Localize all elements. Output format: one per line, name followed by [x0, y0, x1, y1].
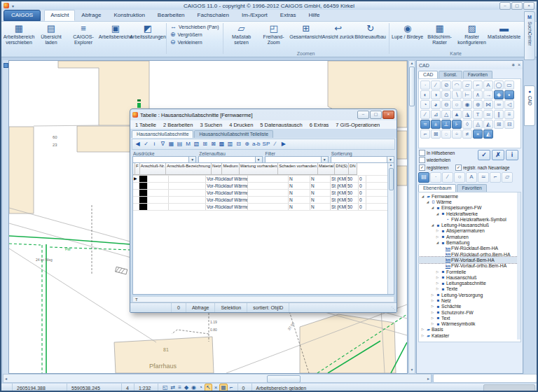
- zoom-in-button[interactable]: ⊕Vergrößern: [170, 31, 219, 38]
- side-tab-cad[interactable]: ● CAD: [524, 85, 535, 126]
- cad-tool-icon[interactable]: △: [441, 110, 451, 119]
- dimension-mode-button[interactable]: ≃: [478, 172, 489, 183]
- cad-panel-tab-cad[interactable]: CAD: [418, 71, 438, 78]
- cad-tool-icon[interactable]: ∧: [473, 90, 483, 99]
- map-horizontal-scrollbar[interactable]: ◂ ▸: [3, 374, 432, 383]
- table-row[interactable]: Vor-Rücklauf WärmeNNSt (KMR)500: [133, 197, 394, 204]
- tree-item[interactable]: ▷ ■ Schächte: [419, 304, 520, 309]
- table-row[interactable]: Vor-Rücklauf WärmeNNSt (KMR)500: [133, 190, 394, 197]
- cad-tool-icon[interactable]: ≠: [462, 130, 472, 139]
- dialog-menu-item[interactable]: 6 Extras: [306, 122, 333, 128]
- work-sessions-button[interactable]: ◩Arbeitssitzungen: [132, 22, 164, 50]
- cad-tool-icon[interactable]: ∕: [420, 110, 430, 119]
- full-extent-button[interactable]: ⊞Gesamtansicht: [290, 22, 322, 50]
- tab-ansicht[interactable]: Ansicht: [44, 10, 75, 21]
- cad-tool-icon[interactable]: ⊠: [431, 130, 441, 139]
- grid-column-header[interactable]: Wartung vorhanden: [240, 163, 278, 175]
- checkbox-registrieren[interactable]: registrieren: [419, 164, 449, 171]
- tree-item[interactable]: ▷ ▰ Basis: [419, 327, 520, 332]
- dialog-tab-abschnitte[interactable]: Hausanschlußabschnitte: [132, 130, 193, 138]
- tree-item[interactable]: km FW-Vorlauf-Bem-HA: [419, 257, 520, 262]
- cad-tool-icon[interactable]: ⌐: [473, 80, 483, 90]
- cad-tool-icon[interactable]: ◭: [483, 130, 493, 139]
- tree-expander-icon[interactable]: ◢: [420, 195, 425, 198]
- paste-icon[interactable]: ▧: [193, 140, 200, 148]
- collapse-icon[interactable]: ⊟: [235, 140, 242, 148]
- tree-expander-icon[interactable]: ▷: [435, 287, 440, 290]
- dialog-restore-button[interactable]: ▢: [370, 111, 382, 119]
- set-scale-button[interactable]: ▱Maßstab setzen: [226, 22, 258, 50]
- maximize-button[interactable]: ▢: [511, 2, 523, 10]
- snap-mode-icon[interactable]: ◱: [162, 384, 169, 391]
- checkbox-registr-nach-neuanlage[interactable]: registr. nach Neuanlage: [455, 164, 510, 171]
- cad-panel-tab-favoriten[interactable]: Favoriten: [463, 71, 492, 78]
- tree-expander-icon[interactable]: ▷: [420, 334, 425, 337]
- cad-tool-icon[interactable]: ⊦: [452, 120, 462, 129]
- cancel-button[interactable]: ✗: [492, 150, 504, 160]
- object-mode-icon[interactable]: ◆: [184, 384, 189, 391]
- locate-icon[interactable]: ⊕: [244, 140, 250, 148]
- scroll-right-icon[interactable]: ▸: [427, 376, 429, 382]
- tree-item[interactable]: km FW-Rücklauf-ortho.Bem-HA: [419, 251, 520, 257]
- grid-toggle-icon[interactable]: ▦: [219, 384, 228, 392]
- cad-tool-icon[interactable]: ◮: [462, 110, 472, 119]
- object-info-button[interactable]: i: [506, 150, 518, 160]
- text-mode-button[interactable]: A: [466, 172, 477, 183]
- tree-item[interactable]: ◢ {} Wärme: [419, 199, 520, 204]
- configure-grid-button[interactable]: ▨Raster konfigurieren: [456, 22, 488, 50]
- cad-tool-icon[interactable]: ◯: [494, 80, 504, 90]
- map-vscroll-thumb[interactable]: [409, 66, 415, 106]
- cad-tool-icon[interactable]: ⊢: [462, 90, 472, 99]
- grid-column-header[interactable]: Schaden vorhanden: [278, 163, 318, 175]
- cad-tool-icon[interactable]: ≈: [420, 120, 430, 129]
- tab-fachschalen[interactable]: Fachschalen: [191, 10, 235, 21]
- tree-expander-icon[interactable]: ▷: [435, 229, 440, 232]
- caigos-app-button[interactable]: CAIGOS: [4, 10, 41, 21]
- corner-snap-icon[interactable]: ⌐: [229, 384, 234, 391]
- cad-tool-icon[interactable]: ▪: [504, 90, 514, 99]
- tree-item[interactable]: ▷ ■ Formteile: [419, 269, 520, 274]
- grid-column-header[interactable]: F: [135, 163, 140, 175]
- cad-tool-icon[interactable]: ⊕: [473, 100, 483, 109]
- cad-tool-icon[interactable]: ◌: [441, 130, 451, 139]
- redraw-button[interactable]: ↻Bildneuaufbau: [354, 22, 387, 50]
- add-row-icon[interactable]: ⊞: [202, 140, 208, 148]
- cad-tool-icon[interactable]: A: [483, 80, 493, 90]
- cad-tool-icon[interactable]: ∖: [452, 90, 462, 99]
- tree-expander-icon[interactable]: ▷: [430, 322, 435, 326]
- cad-tool-icon[interactable]: ◔: [420, 100, 430, 109]
- tree-scrollbar[interactable]: [517, 192, 520, 340]
- view-back-button[interactable]: ↩Ansicht zurück: [322, 22, 354, 50]
- cad-tool-icon[interactable]: →: [483, 90, 493, 99]
- tab-bearbeiten[interactable]: Bearbeiten: [151, 10, 191, 21]
- copy-icon[interactable]: ▤: [177, 140, 183, 148]
- tree-item[interactable]: ▷ ■ Hausanschluß: [419, 274, 520, 280]
- move-workspace-button[interactable]: ▦Arbeitsbereich verschieben: [3, 22, 35, 50]
- grid-column-header[interactable]: Netz: [212, 163, 222, 175]
- cad-tool-icon[interactable]: ⊟: [504, 120, 514, 129]
- tree-item[interactable]: ▷ ▰ Kataster: [419, 332, 520, 338]
- cad-tool-icon[interactable]: ≃: [483, 110, 493, 119]
- rename-icon[interactable]: a-b: [252, 140, 261, 148]
- view-mode-icon[interactable]: ◉: [191, 384, 197, 391]
- tree-item[interactable]: ◢ ■ Heizkraftwerke: [419, 211, 520, 216]
- table-row[interactable]: ▶Vor-Rücklauf WärmeNNSt (KMR)500: [133, 176, 394, 183]
- tree-expander-icon[interactable]: ◢: [430, 223, 435, 227]
- tree-expander-icon[interactable]: ◢: [430, 206, 435, 209]
- tab-abfrage[interactable]: Abfrage: [75, 10, 107, 21]
- dialog-menu-item[interactable]: 5 Datenaustausch: [256, 122, 305, 128]
- zoom-out-button[interactable]: ⊖Verkleinern: [170, 39, 219, 46]
- grid-column-header[interactable]: Anschluß-Nr.: [140, 163, 167, 175]
- cad-tool-icon[interactable]: ▱: [462, 80, 472, 90]
- dialog-menu-item[interactable]: 3 Suchen: [196, 122, 226, 128]
- scroll-up-icon[interactable]: ▲: [409, 61, 415, 66]
- cad-tool-icon[interactable]: ◠: [452, 80, 462, 90]
- left-collapsed-panel-strip[interactable]: [3, 60, 8, 374]
- grid-column-header[interactable]: Material: [318, 163, 335, 175]
- screen-grid-button[interactable]: ▦Bildschirm-Raster: [424, 22, 456, 50]
- cad-tool-icon[interactable]: ◁: [504, 100, 514, 109]
- tree-expander-icon[interactable]: ▷: [430, 316, 435, 320]
- cad-tool-icon[interactable]: ◭: [483, 120, 493, 129]
- tree-item[interactable]: ▷ ■ Texte: [419, 286, 520, 292]
- cad-tool-icon[interactable]: ◕: [431, 100, 441, 109]
